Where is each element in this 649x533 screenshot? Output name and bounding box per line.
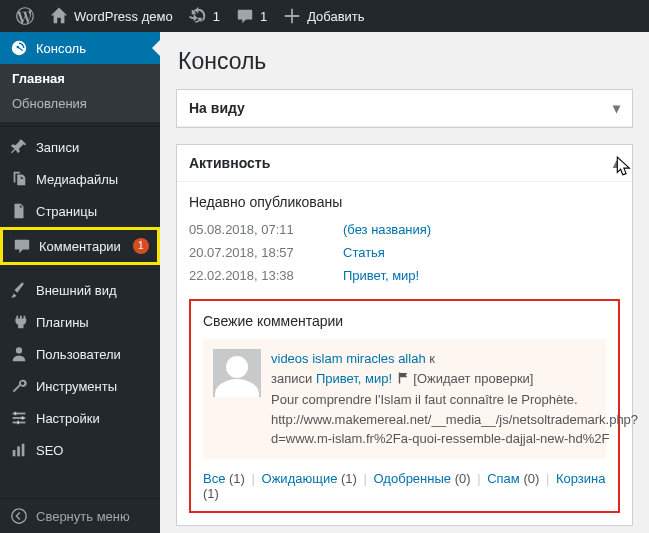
filter-trash[interactable]: Корзина xyxy=(556,471,606,486)
at-a-glance-header[interactable]: На виду ▾ xyxy=(177,90,632,127)
menu-comments[interactable]: Комментарии 1 xyxy=(3,230,157,262)
seo-icon xyxy=(10,441,28,459)
dashboard-icon xyxy=(10,39,28,57)
at-a-glance-title: На виду xyxy=(189,100,245,116)
svg-point-10 xyxy=(12,509,26,523)
filter-approved[interactable]: Одобренные xyxy=(374,471,451,486)
collapse-menu[interactable]: Свернуть меню xyxy=(0,498,160,533)
post-link[interactable]: Привет, мир! xyxy=(343,268,419,283)
post-date: 20.07.2018, 18:57 xyxy=(189,245,319,260)
menu-plugins-label: Плагины xyxy=(36,315,89,330)
admin-sidebar: Консоль Главная Обновления Записи Медиаф… xyxy=(0,32,160,533)
activity-box: Активность ▴ Недавно опубликованы 05.08.… xyxy=(176,144,633,526)
menu-users[interactable]: Пользователи xyxy=(0,338,160,370)
menu-plugins[interactable]: Плагины xyxy=(0,306,160,338)
comment-filters: Все (1) | Ожидающие (1) | Одобренные (0)… xyxy=(203,471,606,501)
recently-published-title: Недавно опубликованы xyxy=(189,194,620,210)
menu-settings-label: Настройки xyxy=(36,411,100,426)
comment-post-link[interactable]: Привет, мир! xyxy=(316,371,392,386)
settings-icon xyxy=(10,409,28,427)
pin-icon xyxy=(10,138,28,156)
menu-posts-label: Записи xyxy=(36,140,79,155)
tools-icon xyxy=(10,377,28,395)
menu-media-label: Медиафайлы xyxy=(36,172,118,187)
collapse-icon xyxy=(10,507,28,525)
comment-icon xyxy=(13,237,31,255)
post-row: 05.08.2018, 07:11 (без названия) xyxy=(189,218,620,241)
recent-comments-title: Свежие комментарии xyxy=(203,313,606,329)
comments-badge: 1 xyxy=(133,238,149,254)
menu-appearance-label: Внешний вид xyxy=(36,283,117,298)
comment-text-2: http://www.makemereal.net/__media__/js/n… xyxy=(271,412,638,447)
post-date: 22.02.2018, 13:38 xyxy=(189,268,319,283)
svg-rect-7 xyxy=(13,450,16,456)
comments-count: 1 xyxy=(260,9,267,24)
collapse-label: Свернуть меню xyxy=(36,509,130,524)
update-icon xyxy=(189,7,207,25)
comment-text-1: Pour comprendre l'Islam il faut connaîtr… xyxy=(271,392,578,407)
admin-bar: WordPress демо 1 1 Добавить xyxy=(0,0,649,32)
menu-dashboard[interactable]: Консоль xyxy=(0,32,160,64)
menu-media[interactable]: Медиафайлы xyxy=(0,163,160,195)
menu-tools[interactable]: Инструменты xyxy=(0,370,160,402)
avatar xyxy=(213,349,261,397)
activity-title: Активность xyxy=(189,155,270,171)
menu-seo-label: SEO xyxy=(36,443,63,458)
comment-item[interactable]: videos islam miracles allah к записи При… xyxy=(203,339,606,459)
menu-pages[interactable]: Страницы xyxy=(0,195,160,227)
recent-comments-highlight: Свежие комментарии videos islam miracles… xyxy=(189,299,620,513)
filter-spam[interactable]: Спам xyxy=(487,471,520,486)
plugin-icon xyxy=(10,313,28,331)
svg-rect-8 xyxy=(17,446,20,456)
content-area: Консоль На виду ▾ Активность ▴ Недавно о… xyxy=(160,32,649,533)
updates-item[interactable]: 1 xyxy=(181,0,228,32)
post-link[interactable]: (без названия) xyxy=(343,222,431,237)
menu-settings[interactable]: Настройки xyxy=(0,402,160,434)
menu-tools-label: Инструменты xyxy=(36,379,117,394)
submenu-dashboard: Главная Обновления xyxy=(0,64,160,122)
menu-pages-label: Страницы xyxy=(36,204,97,219)
at-a-glance-box: На виду ▾ xyxy=(176,89,633,128)
site-name-text: WordPress демо xyxy=(74,9,173,24)
add-new-label: Добавить xyxy=(307,9,364,24)
menu-users-label: Пользователи xyxy=(36,347,121,362)
media-icon xyxy=(10,170,28,188)
menu-comments-label: Комментарии xyxy=(39,239,121,254)
menu-posts[interactable]: Записи xyxy=(0,131,160,163)
svg-rect-6 xyxy=(17,421,19,425)
brush-icon xyxy=(10,281,28,299)
menu-appearance[interactable]: Внешний вид xyxy=(0,274,160,306)
site-name[interactable]: WordPress демо xyxy=(42,0,181,32)
svg-rect-5 xyxy=(22,416,24,420)
wp-logo[interactable] xyxy=(8,0,42,32)
toggle-icon[interactable]: ▴ xyxy=(613,155,620,171)
filter-pending[interactable]: Ожидающие xyxy=(262,471,338,486)
flag-icon xyxy=(396,371,410,391)
svg-point-0 xyxy=(16,347,22,353)
updates-count: 1 xyxy=(213,9,220,24)
svg-rect-9 xyxy=(22,444,25,457)
comment-icon xyxy=(236,7,254,25)
submenu-updates[interactable]: Обновления xyxy=(0,91,160,116)
submenu-home[interactable]: Главная xyxy=(0,66,160,91)
plus-icon xyxy=(283,7,301,25)
post-link[interactable]: Статья xyxy=(343,245,385,260)
home-icon xyxy=(50,7,68,25)
page-icon xyxy=(10,202,28,220)
comments-item[interactable]: 1 xyxy=(228,0,275,32)
post-row: 20.07.2018, 18:57 Статья xyxy=(189,241,620,264)
menu-seo[interactable]: SEO xyxy=(0,434,160,466)
page-title: Консоль xyxy=(178,48,633,75)
post-date: 05.08.2018, 07:11 xyxy=(189,222,319,237)
svg-rect-4 xyxy=(15,412,17,416)
post-row: 22.02.2018, 13:38 Привет, мир! xyxy=(189,264,620,287)
new-content[interactable]: Добавить xyxy=(275,0,372,32)
comment-author[interactable]: videos islam miracles allah xyxy=(271,351,426,366)
user-icon xyxy=(10,345,28,363)
toggle-icon[interactable]: ▾ xyxy=(613,100,620,116)
filter-all[interactable]: Все xyxy=(203,471,225,486)
pending-status: [Ожидает проверки] xyxy=(413,371,533,386)
menu-comments-highlight: Комментарии 1 xyxy=(0,227,160,265)
menu-dashboard-label: Консоль xyxy=(36,41,86,56)
activity-header[interactable]: Активность ▴ xyxy=(177,145,632,182)
